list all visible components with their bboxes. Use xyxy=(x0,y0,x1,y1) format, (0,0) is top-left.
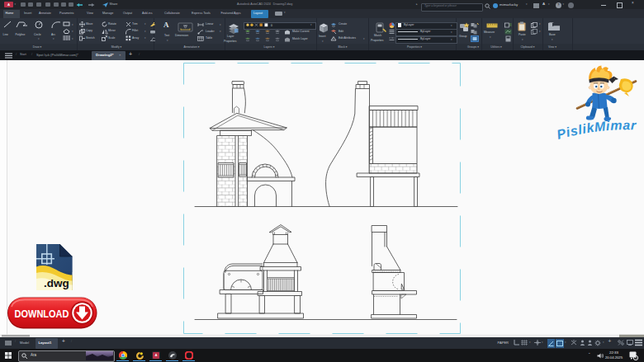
svg-text:PislikMimar: PislikMimar xyxy=(556,118,637,142)
svg-text:.dwg: .dwg xyxy=(44,277,69,289)
svg-text:DOWNLOAD: DOWNLOAD xyxy=(15,308,69,320)
